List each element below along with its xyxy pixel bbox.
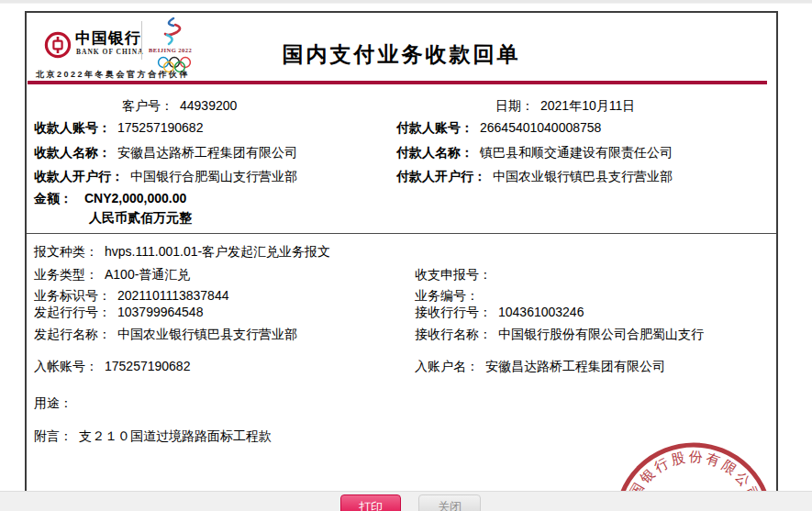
declare-no-field: 收支申报号： (415, 266, 498, 283)
sending-bank-no-value: 103799964548 (117, 305, 203, 319)
payer-bank-value: 中国农业银行镇巴县支行营业部 (493, 169, 673, 183)
credit-account-name-field: 入账户名：安徽昌达路桥工程集团有限公司 (415, 358, 665, 374)
close-button[interactable]: 关闭 (418, 494, 481, 511)
message-type-label: 报文种类： (34, 244, 98, 259)
olympics-partner-text: 北京2022年冬奥会官方合作伙伴 (36, 69, 190, 81)
section-divider (27, 233, 776, 234)
receiving-bank-no-label: 接收行行号： (415, 305, 492, 319)
sending-bank-name-value: 中国农业银行镇巴县支行营业部 (117, 327, 297, 341)
business-type-label: 业务类型： (34, 267, 98, 282)
message-type-field: 报文种类：hvps.111.001.01-客户发起汇兑业务报文 (34, 243, 330, 260)
header-red-rule (28, 81, 767, 84)
business-type-field: 业务类型：A100-普通汇兑 (34, 266, 190, 283)
credit-account-field: 入帐账号：175257190682 (34, 358, 190, 374)
payee-account-value: 175257190682 (117, 120, 203, 135)
sending-bank-no-label: 发起行行号： (34, 305, 111, 319)
sending-bank-no-field: 发起行行号：103799964548 (34, 304, 203, 320)
postscript-value: 支２１０国道过境路路面标工程款 (79, 428, 272, 443)
receiving-bank-no-value: 104361003246 (498, 305, 584, 319)
payer-name-value: 镇巴县和顺交通建设有限责任公司 (480, 145, 673, 160)
payee-name-value: 安徽昌达路桥工程集团有限公司 (117, 145, 297, 160)
customer-number-field: 客户号：44939200 (122, 97, 237, 114)
declare-no-label: 收支申报号： (415, 267, 492, 282)
payer-name-label: 付款人名称： (396, 145, 473, 160)
business-type-value: A100-普通汇兑 (105, 267, 190, 282)
dialog-footer-bar (0, 491, 812, 511)
payee-bank-value: 中国银行合肥蜀山支行营业部 (130, 169, 297, 183)
print-button[interactable]: 打印 (340, 494, 401, 511)
purpose-label: 用途： (34, 395, 72, 410)
payer-account-value: 26645401040008758 (480, 120, 601, 135)
amount-value: CNY2,000,000.00 (84, 190, 186, 206)
payer-bank-label: 付款人开户行： (396, 169, 486, 183)
browser-top-strip (0, 0, 812, 4)
postscript-field: 附言：支２１０国道过境路路面标工程款 (34, 428, 272, 444)
payee-bank-label: 收款人开户行： (34, 169, 124, 183)
credit-account-name-label: 入账户名： (415, 359, 479, 373)
payee-account-label: 收款人账号： (34, 120, 111, 135)
receipt-document: 中国银行 BANK OF CHINA BEIJING 2022 北京2022年冬… (25, 11, 778, 511)
receiving-bank-name-label: 接收行名称： (415, 327, 492, 341)
amount-label: 金额： (34, 190, 72, 206)
payer-name-field: 付款人名称：镇巴县和顺交通建设有限责任公司 (396, 144, 673, 161)
business-no-label: 业务编号： (415, 288, 479, 303)
credit-account-label: 入帐账号： (34, 359, 98, 373)
date-field: 日期：2021年10月11日 (495, 97, 635, 114)
date-label: 日期： (495, 98, 534, 113)
customer-number-label: 客户号： (122, 98, 173, 113)
payer-account-field: 付款人账号：26645401040008758 (396, 119, 601, 136)
receipt-title: 国内支付业务收款回单 (27, 40, 776, 69)
receiving-bank-name-value: 中国银行股份有限公司合肥蜀山支行 (498, 327, 704, 341)
payee-name-label: 收款人名称： (34, 145, 111, 160)
customer-number-value: 44939200 (180, 98, 237, 113)
receiving-bank-no-field: 接收行行号：104361003246 (415, 304, 584, 320)
credit-account-value: 175257190682 (105, 359, 190, 373)
purpose-field: 用途： (34, 394, 79, 411)
business-id-label: 业务标识号： (34, 288, 111, 303)
payee-name-field: 收款人名称：安徽昌达路桥工程集团有限公司 (34, 144, 297, 161)
amount-in-words: 人民币贰佰万元整 (89, 209, 192, 226)
payer-bank-field: 付款人开户行：中国农业银行镇巴县支行营业部 (396, 168, 673, 184)
message-type-value: hvps.111.001.01-客户发起汇兑业务报文 (105, 244, 330, 259)
sending-bank-name-label: 发起行名称： (34, 327, 111, 341)
postscript-label: 附言： (34, 428, 72, 443)
business-id-value: 2021101113837844 (117, 288, 228, 303)
payee-account-field: 收款人账号：175257190682 (34, 119, 203, 136)
business-no-field: 业务编号： (415, 287, 485, 304)
date-value: 2021年10月11日 (540, 98, 635, 113)
receiving-bank-name-field: 接收行名称：中国银行股份有限公司合肥蜀山支行 (415, 326, 704, 342)
payer-account-label: 付款人账号： (396, 120, 473, 135)
credit-account-name-value: 安徽昌达路桥工程集团有限公司 (485, 359, 665, 373)
payee-bank-field: 收款人开户行：中国银行合肥蜀山支行营业部 (34, 168, 297, 184)
business-id-field: 业务标识号：2021101113837844 (34, 287, 228, 304)
sending-bank-name-field: 发起行名称：中国农业银行镇巴县支行营业部 (34, 326, 297, 342)
